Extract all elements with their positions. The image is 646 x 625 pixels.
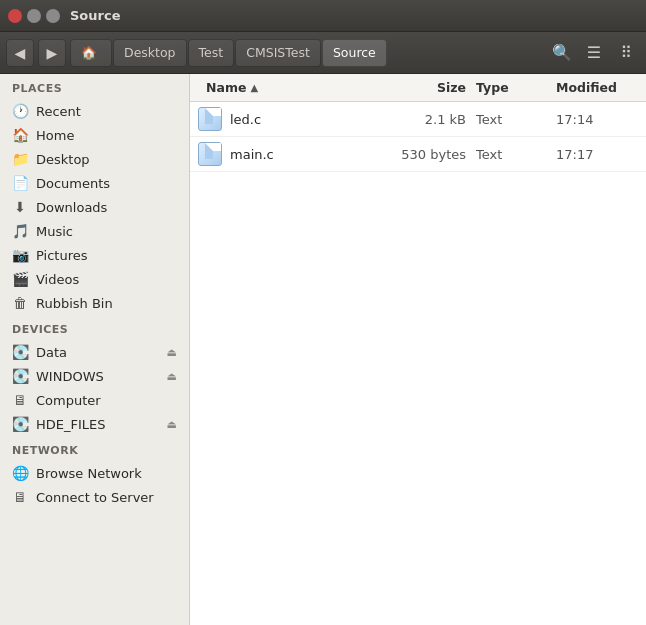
sidebar-label-pictures: Pictures xyxy=(36,248,177,263)
sidebar-label-rubbish: Rubbish Bin xyxy=(36,296,177,311)
forward-button[interactable]: ▶ xyxy=(38,39,66,67)
sidebar-label-desktop: Desktop xyxy=(36,152,177,167)
file-list-header: Name ▲ Size Type Modified xyxy=(190,74,646,102)
sidebar-label-documents: Documents xyxy=(36,176,177,191)
sidebar-item-data[interactable]: 💽Data⏏ xyxy=(0,340,189,364)
close-button[interactable] xyxy=(8,9,22,23)
eject-icon-windows[interactable]: ⏏ xyxy=(167,370,177,383)
sidebar-item-documents[interactable]: 📄Documents xyxy=(0,171,189,195)
file-scroll-area: Cled.c2.1 kBText17:14Cmain.c530 bytesTex… xyxy=(190,102,646,625)
windows-icon: 💽 xyxy=(12,368,28,384)
window-controls xyxy=(8,9,60,23)
data-icon: 💽 xyxy=(12,344,28,360)
breadcrumb: 🏠DesktopTestCMSISTestSource xyxy=(70,39,544,67)
sidebar-item-windows[interactable]: 💽WINDOWS⏏ xyxy=(0,364,189,388)
sidebar-item-computer[interactable]: 🖥Computer xyxy=(0,388,189,412)
sidebar-devices: 💽Data⏏💽WINDOWS⏏🖥Computer💽HDE_FILES⏏ xyxy=(0,340,189,436)
sidebar-item-hde[interactable]: 💽HDE_FILES⏏ xyxy=(0,412,189,436)
recent-icon: 🕐 xyxy=(12,103,28,119)
sidebar-places: 🕐Recent🏠Home📁Desktop📄Documents⬇Downloads… xyxy=(0,99,189,315)
documents-icon: 📄 xyxy=(12,175,28,191)
content-area: Name ▲ Size Type Modified Cled.c2.1 kBTe… xyxy=(190,74,646,625)
sidebar-item-downloads[interactable]: ⬇Downloads xyxy=(0,195,189,219)
breadcrumb-label: Desktop xyxy=(124,45,176,60)
connect-icon: 🖥 xyxy=(12,489,28,505)
breadcrumb-item-home[interactable]: 🏠 xyxy=(70,39,112,67)
file-icon-main: C xyxy=(190,142,230,166)
computer-icon: 🖥 xyxy=(12,392,28,408)
back-button[interactable]: ◀ xyxy=(6,39,34,67)
file-name-main: main.c xyxy=(230,147,386,162)
sidebar-label-data: Data xyxy=(36,345,159,360)
downloads-icon: ⬇ xyxy=(12,199,28,215)
sidebar-label-recent: Recent xyxy=(36,104,177,119)
sidebar-item-recent[interactable]: 🕐Recent xyxy=(0,99,189,123)
sidebar-label-connect: Connect to Server xyxy=(36,490,177,505)
file-type-led: Text xyxy=(476,112,556,127)
toolbar-right: 🔍 ☰ ⠿ xyxy=(548,39,640,67)
sidebar-network: 🌐Browse Network🖥Connect to Server xyxy=(0,461,189,509)
desktop-icon: 📁 xyxy=(12,151,28,167)
eject-icon-data[interactable]: ⏏ xyxy=(167,346,177,359)
file-row-main[interactable]: Cmain.c530 bytesText17:17 xyxy=(190,137,646,172)
sidebar-label-videos: Videos xyxy=(36,272,177,287)
sidebar-label-windows: WINDOWS xyxy=(36,369,159,384)
breadcrumb-item-desktop[interactable]: Desktop xyxy=(113,39,187,67)
file-name-led: led.c xyxy=(230,112,386,127)
videos-icon: 🎬 xyxy=(12,271,28,287)
breadcrumb-label: Test xyxy=(199,45,224,60)
sort-arrow-icon: ▲ xyxy=(250,82,258,93)
minimize-button[interactable] xyxy=(27,9,41,23)
browse-icon: 🌐 xyxy=(12,465,28,481)
file-icon-led: C xyxy=(190,107,230,131)
sidebar-label-home: Home xyxy=(36,128,177,143)
col-name-label: Name xyxy=(206,80,246,95)
file-row-led[interactable]: Cled.c2.1 kBText17:14 xyxy=(190,102,646,137)
music-icon: 🎵 xyxy=(12,223,28,239)
sidebar: Places 🕐Recent🏠Home📁Desktop📄Documents⬇Do… xyxy=(0,74,190,625)
breadcrumb-item-cmsis[interactable]: CMSISTest xyxy=(235,39,321,67)
sidebar-label-hde: HDE_FILES xyxy=(36,417,159,432)
view-button[interactable]: ⠿ xyxy=(612,39,640,67)
places-header: Places xyxy=(0,74,189,99)
home-icon: 🏠 xyxy=(81,45,97,60)
file-size-main: 530 bytes xyxy=(386,147,476,162)
file-rows: Cled.c2.1 kBText17:14Cmain.c530 bytesTex… xyxy=(190,102,646,172)
pictures-icon: 📷 xyxy=(12,247,28,263)
sidebar-item-music[interactable]: 🎵Music xyxy=(0,219,189,243)
toolbar: ◀ ▶ 🏠DesktopTestCMSISTestSource 🔍 ☰ ⠿ xyxy=(0,32,646,74)
file-modified-led: 17:14 xyxy=(556,112,646,127)
file-type-main: Text xyxy=(476,147,556,162)
main-area: Places 🕐Recent🏠Home📁Desktop📄Documents⬇Do… xyxy=(0,74,646,625)
search-button[interactable]: 🔍 xyxy=(548,39,576,67)
col-size-label: Size xyxy=(386,80,476,95)
sidebar-item-connect[interactable]: 🖥Connect to Server xyxy=(0,485,189,509)
c-file-icon: C xyxy=(198,142,222,166)
sidebar-label-music: Music xyxy=(36,224,177,239)
sidebar-item-rubbish[interactable]: 🗑Rubbish Bin xyxy=(0,291,189,315)
menu-button[interactable]: ☰ xyxy=(580,39,608,67)
col-modified-label: Modified xyxy=(556,80,646,95)
devices-header: Devices xyxy=(0,315,189,340)
c-file-icon: C xyxy=(198,107,222,131)
eject-icon-hde[interactable]: ⏏ xyxy=(167,418,177,431)
sidebar-item-pictures[interactable]: 📷Pictures xyxy=(0,243,189,267)
network-header: Network xyxy=(0,436,189,461)
rubbish-icon: 🗑 xyxy=(12,295,28,311)
maximize-button[interactable] xyxy=(46,9,60,23)
hde-icon: 💽 xyxy=(12,416,28,432)
sidebar-item-desktop[interactable]: 📁Desktop xyxy=(0,147,189,171)
breadcrumb-item-test[interactable]: Test xyxy=(188,39,235,67)
sidebar-item-home[interactable]: 🏠Home xyxy=(0,123,189,147)
breadcrumb-label: Source xyxy=(333,45,376,60)
sidebar-item-browse[interactable]: 🌐Browse Network xyxy=(0,461,189,485)
col-type-label: Type xyxy=(476,80,556,95)
sidebar-label-computer: Computer xyxy=(36,393,177,408)
file-size-led: 2.1 kB xyxy=(386,112,476,127)
breadcrumb-item-source[interactable]: Source xyxy=(322,39,387,67)
home-icon: 🏠 xyxy=(12,127,28,143)
titlebar: Source xyxy=(0,0,646,32)
sidebar-item-videos[interactable]: 🎬Videos xyxy=(0,267,189,291)
file-modified-main: 17:17 xyxy=(556,147,646,162)
window-title: Source xyxy=(70,8,120,23)
